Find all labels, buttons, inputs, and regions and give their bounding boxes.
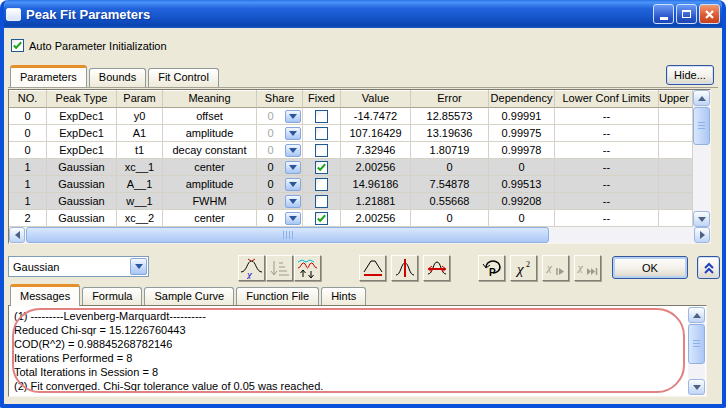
maximize-button[interactable] [676, 4, 697, 24]
cell-value[interactable]: 107.16429 [341, 125, 411, 142]
fix-peak-widths-button[interactable] [423, 255, 450, 281]
collapse-button[interactable] [697, 256, 720, 279]
cell-meaning: center [163, 210, 257, 227]
fit-peak-chi-button[interactable]: χ [238, 255, 265, 281]
cell-param: A__1 [117, 176, 163, 193]
fixed-checkbox[interactable] [315, 161, 328, 174]
cell-peak-type: Gaussian [47, 193, 117, 210]
share-dropdown[interactable] [285, 127, 301, 140]
fit-peak-chi-icon: χ [240, 258, 263, 279]
scroll-up-button[interactable] [688, 307, 705, 323]
cell-no: 0 [9, 125, 47, 142]
vertical-scroll-thumb[interactable] [688, 324, 705, 364]
one-iteration-button[interactable]: χ [542, 255, 569, 281]
cell-value[interactable]: 1.21881 [341, 193, 411, 210]
share-value: 0 [258, 159, 283, 175]
dialog-body: Auto Parameter Initialization Parameters… [4, 28, 722, 404]
cell-share: 0 [257, 176, 303, 193]
fit-until-converged-icon: χ [577, 258, 599, 278]
cell-value[interactable]: 14.96186 [341, 176, 411, 193]
fixed-checkbox[interactable] [315, 212, 328, 225]
vertical-scroll-thumb[interactable] [693, 107, 710, 145]
top-tab-parameters[interactable]: Parameters [10, 65, 87, 87]
bottom-tab-function-file[interactable]: Function File [236, 287, 319, 306]
sort-peaks-icon [268, 259, 291, 278]
cell-no: 1 [9, 193, 47, 210]
arrow-right-icon [700, 231, 705, 239]
cell-dependency: 0.99208 [489, 193, 555, 210]
scroll-left-button[interactable] [9, 227, 25, 243]
share-dropdown[interactable] [285, 144, 301, 157]
fix-baseline-button[interactable] [359, 255, 386, 281]
share-dropdown[interactable] [285, 212, 301, 225]
bottom-tab-formula[interactable]: Formula [82, 287, 142, 306]
svg-text:P: P [489, 267, 496, 278]
bottom-tab-messages[interactable]: Messages [10, 284, 80, 306]
cell-value[interactable]: 7.32946 [341, 142, 411, 159]
bottom-tab-sample-curve[interactable]: Sample Curve [144, 287, 234, 306]
cell-lower-conf: -- [555, 142, 659, 159]
cell-share: 0 [257, 210, 303, 227]
arrow-up-icon [693, 313, 701, 318]
cell-upper-conf [659, 176, 693, 193]
svg-text:χ: χ [577, 261, 584, 273]
table-horizontal-scrollbar[interactable] [9, 227, 710, 243]
fixed-checkbox[interactable] [315, 144, 328, 157]
add-delete-peaks-button[interactable] [294, 255, 321, 281]
cell-upper-conf [659, 210, 693, 227]
hide-button[interactable]: Hide... [666, 65, 714, 85]
table-vertical-scrollbar[interactable] [693, 90, 710, 227]
cell-error: 0.55668 [411, 193, 489, 210]
table-row: 2Gaussianxc__2center02.0025600-- [9, 210, 693, 227]
sort-peaks-button[interactable] [266, 255, 293, 281]
message-line: (1) ---------Levenberg-Marquardt--------… [14, 309, 682, 323]
chi-square-button[interactable]: χ 2 [510, 255, 537, 281]
scroll-down-button[interactable] [693, 211, 710, 227]
bottom-tab-hints[interactable]: Hints [321, 287, 366, 306]
chevron-down-icon [289, 148, 297, 153]
fit-until-converged-button[interactable]: χ [574, 255, 601, 281]
fixed-checkbox[interactable] [315, 110, 328, 123]
bottom-tab-strip: MessagesFormulaSample CurveFunction File… [10, 284, 368, 306]
auto-parameter-checkbox[interactable] [11, 39, 24, 52]
fixed-checkbox[interactable] [315, 195, 328, 208]
cell-no: 1 [9, 176, 47, 193]
dropdown-button[interactable] [130, 258, 147, 275]
messages-scrollbar[interactable] [688, 307, 705, 395]
scroll-down-button[interactable] [688, 379, 705, 395]
column-header-value: Value [341, 90, 411, 108]
table-row: 0ExpDec1A1amplitude0107.1642913.196360.9… [9, 125, 693, 142]
cell-value[interactable]: -14.7472 [341, 108, 411, 125]
top-tab-fit-control[interactable]: Fit Control [148, 68, 219, 87]
horizontal-scroll-thumb[interactable] [26, 227, 549, 243]
top-tab-bounds[interactable]: Bounds [89, 68, 146, 87]
fixed-checkbox[interactable] [315, 127, 328, 140]
share-value: 0 [258, 176, 283, 192]
cell-no: 1 [9, 159, 47, 176]
cell-share: 0 [257, 159, 303, 176]
scroll-right-button[interactable] [694, 227, 710, 243]
fixed-checkbox[interactable] [315, 178, 328, 191]
cell-value[interactable]: 2.00256 [341, 210, 411, 227]
minimize-button[interactable] [653, 4, 674, 24]
revert-parameters-button[interactable]: P [478, 255, 505, 281]
cell-param: A1 [117, 125, 163, 142]
share-dropdown[interactable] [285, 161, 301, 174]
column-header-dependency: Dependency [489, 90, 555, 108]
cell-upper-conf [659, 159, 693, 176]
share-dropdown[interactable] [285, 178, 301, 191]
function-dropdown[interactable]: Gaussian [8, 256, 149, 277]
title-bar[interactable]: Peak Fit Parameters [0, 0, 726, 28]
cell-share: 0 [257, 108, 303, 125]
cell-value[interactable]: 2.00256 [341, 159, 411, 176]
arrow-down-icon [693, 385, 701, 390]
scroll-up-button[interactable] [693, 90, 710, 106]
window-title: Peak Fit Parameters [26, 7, 150, 22]
share-dropdown[interactable] [285, 110, 301, 123]
close-button[interactable] [699, 4, 720, 24]
share-dropdown[interactable] [285, 195, 301, 208]
ok-button[interactable]: OK [612, 256, 688, 279]
fix-peak-centers-button[interactable] [391, 255, 418, 281]
one-iteration-icon: χ [545, 258, 567, 278]
share-value: 0 [258, 210, 283, 226]
